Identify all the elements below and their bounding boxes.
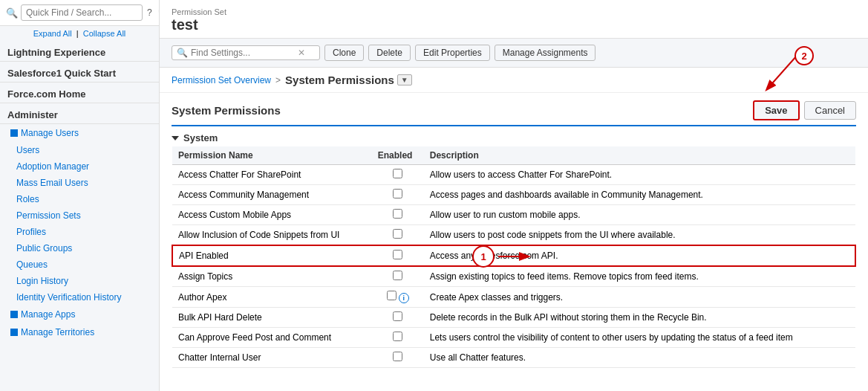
permission-name-cell: Access Community Management <box>172 185 372 205</box>
permissions-table: Permission Name Enabled Description Acce… <box>172 146 856 368</box>
collapse-all-link[interactable]: Collapse All <box>83 29 125 38</box>
permission-checkbox[interactable] <box>393 229 402 239</box>
permission-name-cell: Bulk API Hard Delete <box>172 308 372 328</box>
subsection-collapse-arrow[interactable] <box>172 136 179 140</box>
cancel-button[interactable]: Cancel <box>804 101 856 120</box>
permission-name-cell: Can Approve Feed Post and Comment <box>172 328 372 348</box>
manage-users-icon <box>10 129 18 137</box>
sidebar-item-adoption-manager[interactable]: Adoption Manager <box>0 158 159 175</box>
permission-checkbox[interactable] <box>393 189 402 198</box>
sidebar-item-public-groups[interactable]: Public Groups <box>0 240 159 256</box>
permission-name-cell: Access Chatter For SharePoint <box>172 165 372 185</box>
info-icon[interactable]: i <box>399 293 409 303</box>
sidebar-item-identity-verification[interactable]: Identity Verification History <box>0 289 159 306</box>
permission-checkbox[interactable] <box>393 271 402 280</box>
breadcrumb: Permission Set Overview > System Permiss… <box>160 68 868 93</box>
sidebar-item-mass-email-users[interactable]: Mass Email Users <box>0 175 159 191</box>
table-row: Author ApexiCreate Apex classes and trig… <box>172 287 855 308</box>
permission-description-cell: Allow users to access Chatter For ShareP… <box>424 165 855 185</box>
sidebar-administer[interactable]: Administer <box>0 103 159 124</box>
sidebar-manage-users[interactable]: Manage Users <box>0 124 159 142</box>
permissions-table-wrapper: Permission Name Enabled Description Acce… <box>172 146 856 368</box>
table-row: Allow Inclusion of Code Snippets from UI… <box>172 225 855 246</box>
settings-search-icon: 🔍 <box>177 48 188 58</box>
sidebar-search-input[interactable] <box>21 4 143 21</box>
permission-description-cell: Access pages and dashboards available in… <box>424 185 855 205</box>
permission-checkbox[interactable] <box>393 209 402 219</box>
manage-apps-label: Manage Apps <box>21 309 75 320</box>
sidebar-search-area: 🔍 ? 🔍 <box>0 0 159 26</box>
sidebar-item-queues[interactable]: Queues <box>0 256 159 273</box>
page-header: Permission Set test <box>160 0 868 39</box>
permission-enabled-cell <box>372 348 424 368</box>
clone-button[interactable]: Clone <box>324 45 364 61</box>
permission-checkbox[interactable] <box>393 169 402 178</box>
sidebar-salesforce1-quickstart[interactable]: Salesforce1 Quick Start <box>0 62 159 83</box>
permission-checkbox[interactable] <box>393 332 402 341</box>
sidebar-item-permission-sets[interactable]: Permission Sets <box>0 207 159 224</box>
sidebar-item-profiles[interactable]: Profiles <box>0 224 159 240</box>
settings-search-clear-icon[interactable]: ✕ <box>298 48 305 58</box>
permission-checkbox[interactable] <box>393 250 402 259</box>
permission-description-cell: Allow users to post code snippets from t… <box>424 225 855 246</box>
permission-name-cell: Chatter Internal User <box>172 348 372 368</box>
permission-enabled-cell <box>372 266 424 287</box>
permission-checkbox[interactable] <box>393 352 402 361</box>
expand-collapse-links: Expand All | Collapse All <box>0 26 159 41</box>
sidebar-forcecom-home[interactable]: Force.com Home <box>0 83 159 103</box>
edit-properties-button[interactable]: Edit Properties <box>415 45 490 61</box>
content-area: System Permissions Save Cancel 2 <box>160 93 868 380</box>
sidebar-search-question-icon[interactable]: ? <box>146 7 154 18</box>
subsection-header: System <box>172 126 856 146</box>
permission-description-cell: Use all Chatter features. <box>424 348 855 368</box>
sidebar-item-roles[interactable]: Roles <box>0 191 159 207</box>
breadcrumb-overview-link[interactable]: Permission Set Overview <box>172 75 271 85</box>
permission-name-cell: Author Apex <box>172 287 372 308</box>
permission-name-cell: API Enabled <box>172 245 372 266</box>
permission-description-cell: Create Apex classes and triggers. <box>424 287 855 308</box>
sidebar-manage-apps[interactable]: Manage Apps <box>0 306 159 323</box>
save-button[interactable]: Save <box>753 100 799 120</box>
sidebar-manage-territories[interactable]: Manage Territories <box>0 323 159 341</box>
manage-apps-icon <box>10 311 18 318</box>
permission-enabled-cell <box>372 308 424 328</box>
sidebar: 🔍 ? 🔍 Expand All | Collapse All Lightnin… <box>0 0 160 391</box>
toolbar: 🔍 ✕ Clone Delete Edit Properties Manage … <box>160 39 868 68</box>
sidebar-item-users[interactable]: Users <box>0 142 159 158</box>
table-row: Chatter Internal UserUse all Chatter fea… <box>172 348 855 368</box>
manage-assignments-button[interactable]: Manage Assignments <box>495 45 596 61</box>
table-row: Access Chatter For SharePointAllow users… <box>172 165 855 185</box>
breadcrumb-separator: > <box>275 75 281 85</box>
manage-territories-label: Manage Territories <box>21 327 94 337</box>
page-header-title: test <box>172 16 856 33</box>
permission-enabled-cell <box>372 185 424 205</box>
breadcrumb-current: System Permissions ▼ <box>285 74 412 86</box>
table-row: Access Custom Mobile AppsAllow user to r… <box>172 205 855 225</box>
manage-users-label: Manage Users <box>21 128 79 138</box>
breadcrumb-dropdown-icon[interactable]: ▼ <box>397 74 412 85</box>
delete-button[interactable]: Delete <box>368 45 411 61</box>
table-row: API EnabledAccess any Salesforce.com API… <box>172 245 855 266</box>
expand-all-link[interactable]: Expand All <box>33 29 72 38</box>
section-title: System Permissions <box>172 104 281 117</box>
table-row: Access Community ManagementAccess pages … <box>172 185 855 205</box>
sidebar-item-login-history[interactable]: Login History <box>0 273 159 289</box>
col-enabled: Enabled <box>372 146 424 165</box>
permission-checkbox[interactable] <box>393 311 402 321</box>
permission-name-cell: Assign Topics <box>172 266 372 287</box>
permission-description-cell: Access any Salesforce.com API. <box>424 245 855 266</box>
col-permission-name: Permission Name <box>172 146 372 165</box>
permission-enabled-cell <box>372 245 424 266</box>
section-actions: Save Cancel <box>753 100 856 120</box>
permission-checkbox[interactable] <box>387 291 397 300</box>
permission-enabled-cell <box>372 205 424 225</box>
manage-territories-icon <box>10 329 18 336</box>
table-header: Permission Name Enabled Description <box>172 146 855 165</box>
table-row: Bulk API Hard DeleteDelete records in th… <box>172 308 855 328</box>
permission-description-cell: Allow user to run custom mobile apps. <box>424 205 855 225</box>
subsection-label: System <box>183 132 218 143</box>
sidebar-lightning-experience[interactable]: Lightning Experience <box>0 41 159 62</box>
table-row: Assign TopicsAssign existing topics to f… <box>172 266 855 287</box>
settings-search-box: 🔍 ✕ <box>172 45 320 60</box>
settings-search-input[interactable] <box>191 48 295 58</box>
